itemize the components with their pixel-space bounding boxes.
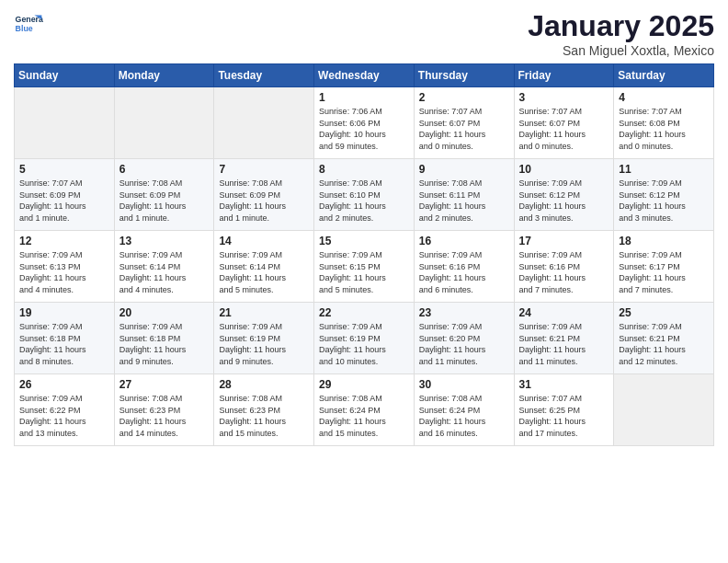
- day-number: 30: [419, 378, 509, 391]
- day-detail: Sunrise: 7:09 AM Sunset: 6:21 PM Dayligh…: [519, 321, 609, 367]
- header-wednesday: Wednesday: [314, 64, 415, 87]
- calendar-cell: 5Sunrise: 7:07 AM Sunset: 6:09 PM Daylig…: [15, 159, 115, 231]
- day-number: 21: [219, 306, 309, 319]
- calendar-week-2: 5Sunrise: 7:07 AM Sunset: 6:09 PM Daylig…: [15, 159, 714, 231]
- day-number: 3: [519, 91, 609, 104]
- day-detail: Sunrise: 7:09 AM Sunset: 6:20 PM Dayligh…: [419, 321, 509, 367]
- day-number: 31: [519, 378, 609, 391]
- title-block: January 2025 San Miguel Xoxtla, Mexico: [528, 9, 714, 58]
- day-detail: Sunrise: 7:08 AM Sunset: 6:09 PM Dayligh…: [219, 178, 309, 224]
- calendar-cell: 15Sunrise: 7:09 AM Sunset: 6:15 PM Dayli…: [314, 231, 415, 303]
- calendar-cell: 1Sunrise: 7:06 AM Sunset: 6:06 PM Daylig…: [314, 87, 415, 159]
- day-number: 29: [319, 378, 409, 391]
- day-number: 7: [219, 163, 309, 176]
- calendar-week-4: 19Sunrise: 7:09 AM Sunset: 6:18 PM Dayli…: [15, 303, 714, 374]
- day-detail: Sunrise: 7:09 AM Sunset: 6:18 PM Dayligh…: [119, 321, 210, 367]
- calendar-cell: 24Sunrise: 7:09 AM Sunset: 6:21 PM Dayli…: [514, 303, 614, 374]
- day-detail: Sunrise: 7:08 AM Sunset: 6:23 PM Dayligh…: [219, 393, 309, 439]
- day-number: 1: [319, 91, 409, 104]
- calendar-cell: 14Sunrise: 7:09 AM Sunset: 6:14 PM Dayli…: [214, 231, 314, 303]
- day-number: 25: [619, 306, 709, 319]
- header-row: General Blue January 2025 San Miguel Xox…: [14, 9, 714, 58]
- day-detail: Sunrise: 7:07 AM Sunset: 6:07 PM Dayligh…: [519, 106, 609, 152]
- day-detail: Sunrise: 7:07 AM Sunset: 6:25 PM Dayligh…: [519, 393, 609, 439]
- calendar-title: January 2025: [528, 9, 714, 43]
- day-detail: Sunrise: 7:07 AM Sunset: 6:09 PM Dayligh…: [19, 178, 109, 224]
- day-detail: Sunrise: 7:06 AM Sunset: 6:06 PM Dayligh…: [319, 106, 409, 152]
- calendar-cell: 29Sunrise: 7:08 AM Sunset: 6:24 PM Dayli…: [314, 374, 415, 446]
- day-detail: Sunrise: 7:08 AM Sunset: 6:11 PM Dayligh…: [419, 178, 509, 224]
- day-detail: Sunrise: 7:07 AM Sunset: 6:08 PM Dayligh…: [619, 106, 709, 152]
- calendar-cell: 11Sunrise: 7:09 AM Sunset: 6:12 PM Dayli…: [614, 159, 714, 231]
- day-detail: Sunrise: 7:09 AM Sunset: 6:16 PM Dayligh…: [419, 249, 509, 295]
- day-number: 9: [419, 163, 509, 176]
- header-row-days: SundayMondayTuesdayWednesdayThursdayFrid…: [15, 64, 714, 87]
- calendar-cell: [614, 374, 714, 446]
- day-detail: Sunrise: 7:08 AM Sunset: 6:24 PM Dayligh…: [319, 393, 409, 439]
- calendar-cell: 8Sunrise: 7:08 AM Sunset: 6:10 PM Daylig…: [314, 159, 415, 231]
- header-friday: Friday: [514, 64, 614, 87]
- day-number: 4: [619, 91, 709, 104]
- calendar-cell: 20Sunrise: 7:09 AM Sunset: 6:18 PM Dayli…: [114, 303, 214, 374]
- day-detail: Sunrise: 7:09 AM Sunset: 6:19 PM Dayligh…: [219, 321, 309, 367]
- day-number: 27: [119, 378, 210, 391]
- day-detail: Sunrise: 7:09 AM Sunset: 6:12 PM Dayligh…: [519, 178, 609, 224]
- calendar-cell: 22Sunrise: 7:09 AM Sunset: 6:19 PM Dayli…: [314, 303, 415, 374]
- header-tuesday: Tuesday: [214, 64, 314, 87]
- day-number: 22: [319, 306, 409, 319]
- day-detail: Sunrise: 7:09 AM Sunset: 6:21 PM Dayligh…: [619, 321, 709, 367]
- calendar-cell: 31Sunrise: 7:07 AM Sunset: 6:25 PM Dayli…: [514, 374, 614, 446]
- calendar-week-5: 26Sunrise: 7:09 AM Sunset: 6:22 PM Dayli…: [15, 374, 714, 446]
- day-number: 10: [519, 163, 609, 176]
- day-detail: Sunrise: 7:08 AM Sunset: 6:23 PM Dayligh…: [119, 393, 210, 439]
- day-detail: Sunrise: 7:09 AM Sunset: 6:22 PM Dayligh…: [19, 393, 109, 439]
- calendar-cell: 10Sunrise: 7:09 AM Sunset: 6:12 PM Dayli…: [514, 159, 614, 231]
- calendar-subtitle: San Miguel Xoxtla, Mexico: [528, 43, 714, 58]
- day-number: 18: [619, 235, 709, 247]
- day-detail: Sunrise: 7:09 AM Sunset: 6:17 PM Dayligh…: [619, 249, 709, 295]
- day-number: 12: [19, 235, 109, 247]
- calendar-week-1: 1Sunrise: 7:06 AM Sunset: 6:06 PM Daylig…: [15, 87, 714, 159]
- day-detail: Sunrise: 7:08 AM Sunset: 6:24 PM Dayligh…: [419, 393, 509, 439]
- calendar-cell: 21Sunrise: 7:09 AM Sunset: 6:19 PM Dayli…: [214, 303, 314, 374]
- day-detail: Sunrise: 7:09 AM Sunset: 6:13 PM Dayligh…: [19, 249, 109, 295]
- calendar-cell: 2Sunrise: 7:07 AM Sunset: 6:07 PM Daylig…: [414, 87, 514, 159]
- calendar-body: 1Sunrise: 7:06 AM Sunset: 6:06 PM Daylig…: [15, 87, 714, 446]
- day-number: 14: [219, 235, 309, 247]
- day-number: 5: [19, 163, 109, 176]
- calendar-cell: 28Sunrise: 7:08 AM Sunset: 6:23 PM Dayli…: [214, 374, 314, 446]
- svg-text:Blue: Blue: [16, 24, 33, 33]
- calendar-cell: 17Sunrise: 7:09 AM Sunset: 6:16 PM Dayli…: [514, 231, 614, 303]
- header-monday: Monday: [114, 64, 214, 87]
- day-number: 8: [319, 163, 409, 176]
- day-detail: Sunrise: 7:09 AM Sunset: 6:14 PM Dayligh…: [119, 249, 210, 295]
- calendar-cell: 16Sunrise: 7:09 AM Sunset: 6:16 PM Dayli…: [414, 231, 514, 303]
- calendar-cell: 13Sunrise: 7:09 AM Sunset: 6:14 PM Dayli…: [114, 231, 214, 303]
- day-number: 15: [319, 235, 409, 247]
- day-detail: Sunrise: 7:07 AM Sunset: 6:07 PM Dayligh…: [419, 106, 509, 152]
- calendar-header: SundayMondayTuesdayWednesdayThursdayFrid…: [15, 64, 714, 87]
- calendar-cell: [15, 87, 115, 159]
- calendar-cell: [214, 87, 314, 159]
- logo-icon: General Blue: [14, 9, 43, 39]
- day-number: 13: [119, 235, 210, 247]
- day-number: 28: [219, 378, 309, 391]
- day-detail: Sunrise: 7:09 AM Sunset: 6:12 PM Dayligh…: [619, 178, 709, 224]
- day-detail: Sunrise: 7:09 AM Sunset: 6:15 PM Dayligh…: [319, 249, 409, 295]
- calendar-cell: 27Sunrise: 7:08 AM Sunset: 6:23 PM Dayli…: [114, 374, 214, 446]
- day-number: 11: [619, 163, 709, 176]
- header-saturday: Saturday: [614, 64, 714, 87]
- day-number: 20: [119, 306, 210, 319]
- calendar-cell: 18Sunrise: 7:09 AM Sunset: 6:17 PM Dayli…: [614, 231, 714, 303]
- day-detail: Sunrise: 7:09 AM Sunset: 6:14 PM Dayligh…: [219, 249, 309, 295]
- logo: General Blue: [14, 9, 43, 39]
- day-number: 23: [419, 306, 509, 319]
- day-number: 26: [19, 378, 109, 391]
- day-number: 24: [519, 306, 609, 319]
- day-number: 16: [419, 235, 509, 247]
- calendar-cell: 4Sunrise: 7:07 AM Sunset: 6:08 PM Daylig…: [614, 87, 714, 159]
- calendar-cell: 26Sunrise: 7:09 AM Sunset: 6:22 PM Dayli…: [15, 374, 115, 446]
- day-number: 17: [519, 235, 609, 247]
- calendar-cell: 12Sunrise: 7:09 AM Sunset: 6:13 PM Dayli…: [15, 231, 115, 303]
- calendar-cell: 7Sunrise: 7:08 AM Sunset: 6:09 PM Daylig…: [214, 159, 314, 231]
